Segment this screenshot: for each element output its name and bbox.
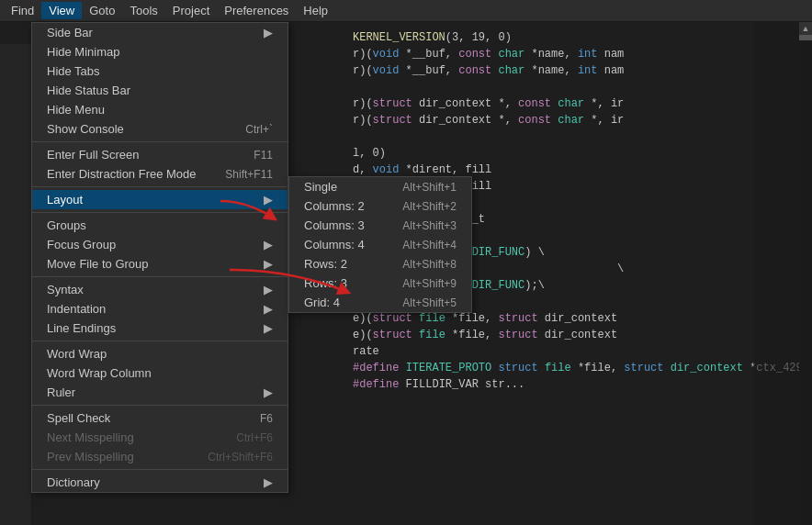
menu-item-label: Hide Minimap xyxy=(47,45,119,59)
menu-item-sidebar[interactable]: Side Bar ▶ xyxy=(32,23,288,42)
submenu-arrow: ▶ xyxy=(264,385,273,399)
submenu-arrow: ▶ xyxy=(264,321,273,335)
separator xyxy=(32,141,288,142)
shortcut-spell-check: F6 xyxy=(260,412,273,425)
layout-shortcut: Alt+Shift+4 xyxy=(402,239,457,251)
layout-shortcut: Alt+Shift+9 xyxy=(402,277,457,290)
menu-item-label: Syntax xyxy=(47,283,84,296)
menu-item-label: Hide Tabs xyxy=(47,64,100,78)
menu-item-ruler[interactable]: Ruler ▶ xyxy=(32,383,288,402)
menu-item-hide-menu[interactable]: Hide Menu xyxy=(32,100,288,119)
menu-view[interactable]: View xyxy=(41,2,82,19)
submenu-arrow: ▶ xyxy=(264,193,273,207)
menu-item-fullscreen[interactable]: Enter Full Screen F11 xyxy=(32,145,288,164)
menu-item-label: Focus Group xyxy=(47,238,116,251)
menu-item-line-endings[interactable]: Line Endings ▶ xyxy=(32,318,288,338)
menu-item-dictionary[interactable]: Dictionary ▶ xyxy=(32,473,288,492)
layout-item-label: Columns: 4 xyxy=(304,238,365,251)
submenu-arrow: ▶ xyxy=(264,238,273,251)
layout-item-label: Single xyxy=(304,180,337,194)
menu-item-hide-minimap[interactable]: Hide Minimap xyxy=(32,42,288,61)
menu-item-label: Enter Distraction Free Mode xyxy=(47,167,197,181)
layout-shortcut: Alt+Shift+2 xyxy=(402,200,457,213)
menu-item-label: Word Wrap Column xyxy=(47,366,152,380)
layout-item-label: Rows: 3 xyxy=(304,276,347,290)
menu-item-next-misspelling: Next Misspelling Ctrl+F6 xyxy=(32,428,288,447)
menu-item-label: Word Wrap xyxy=(47,347,107,361)
menu-item-label: Next Misspelling xyxy=(47,430,134,444)
menu-item-word-wrap-column[interactable]: Word Wrap Column xyxy=(32,363,288,383)
shortcut-distraction-free: Shift+F11 xyxy=(225,168,273,181)
menu-preferences[interactable]: Preferences xyxy=(217,2,296,19)
menu-item-label: Side Bar xyxy=(47,26,93,39)
submenu-arrow: ▶ xyxy=(264,257,273,271)
menu-item-syntax[interactable]: Syntax ▶ xyxy=(32,280,288,299)
menu-item-move-file-group[interactable]: Move File to Group ▶ xyxy=(32,254,288,274)
separator xyxy=(32,469,288,470)
layout-item-label: Columns: 3 xyxy=(304,218,365,232)
shortcut-fullscreen: F11 xyxy=(254,149,273,162)
menu-item-label: Dictionary xyxy=(47,475,100,489)
menu-item-focus-group[interactable]: Focus Group ▶ xyxy=(32,235,288,254)
menu-item-label: Indentation xyxy=(47,302,106,316)
menu-item-word-wrap[interactable]: Word Wrap xyxy=(32,344,288,363)
menu-item-prev-misspelling: Prev Misspelling Ctrl+Shift+F6 xyxy=(32,447,288,466)
menu-item-label: Enter Full Screen xyxy=(47,148,139,162)
layout-columns2[interactable]: Columns: 2 Alt+Shift+2 xyxy=(289,196,471,216)
layout-shortcut: Alt+Shift+3 xyxy=(402,219,457,232)
layout-rows2[interactable]: Rows: 2 Alt+Shift+8 xyxy=(289,254,471,274)
menu-item-label: Hide Menu xyxy=(47,103,105,117)
separator xyxy=(32,186,288,187)
submenu-arrow: ▶ xyxy=(264,475,273,489)
dropdown-overlay: Side Bar ▶ Hide Minimap Hide Tabs Hide S… xyxy=(0,22,812,525)
separator xyxy=(32,276,288,277)
shortcut-show-console: Ctrl+` xyxy=(245,123,273,136)
menu-item-label: Prev Misspelling xyxy=(47,450,134,464)
layout-shortcut: Alt+Shift+8 xyxy=(402,258,457,271)
menubar: Find View Goto Tools Project Preferences… xyxy=(0,0,812,22)
layout-item-label: Rows: 2 xyxy=(304,257,347,271)
menu-item-label: Move File to Group xyxy=(47,257,149,271)
menu-item-groups[interactable]: Groups xyxy=(32,216,288,235)
menu-item-hide-tabs[interactable]: Hide Tabs xyxy=(32,61,288,81)
menu-item-label: Hide Status Bar xyxy=(47,84,130,97)
submenu-arrow: ▶ xyxy=(264,26,273,39)
layout-shortcut: Alt+Shift+1 xyxy=(402,181,457,194)
menu-item-label: Layout xyxy=(47,193,83,207)
shortcut-prev-misspelling: Ctrl+Shift+F6 xyxy=(208,451,273,464)
submenu-arrow: ▶ xyxy=(264,283,273,296)
menu-tools[interactable]: Tools xyxy=(122,2,164,19)
separator xyxy=(32,212,288,213)
menu-item-label: Groups xyxy=(47,218,86,232)
menu-item-distraction-free[interactable]: Enter Distraction Free Mode Shift+F11 xyxy=(32,164,288,184)
layout-single[interactable]: Single Alt+Shift+1 xyxy=(289,177,471,196)
menu-item-label: Line Endings xyxy=(47,321,116,335)
menu-item-label: Ruler xyxy=(47,385,75,399)
menu-item-layout[interactable]: Layout ▶ xyxy=(32,190,288,209)
layout-item-label: Columns: 2 xyxy=(304,199,365,213)
layout-grid4[interactable]: Grid: 4 Alt+Shift+5 xyxy=(289,293,471,312)
shortcut-next-misspelling: Ctrl+F6 xyxy=(236,431,273,444)
layout-submenu: Single Alt+Shift+1 Columns: 2 Alt+Shift+… xyxy=(288,176,472,313)
layout-shortcut: Alt+Shift+5 xyxy=(402,296,457,309)
menu-find[interactable]: Find xyxy=(4,2,41,19)
menu-goto[interactable]: Goto xyxy=(82,2,122,19)
separator xyxy=(32,405,288,406)
layout-columns3[interactable]: Columns: 3 Alt+Shift+3 xyxy=(289,216,471,235)
menu-project[interactable]: Project xyxy=(165,2,217,19)
menu-help[interactable]: Help xyxy=(296,2,335,19)
layout-item-label: Grid: 4 xyxy=(304,296,340,309)
menu-item-label: Spell Check xyxy=(47,411,110,425)
separator xyxy=(32,341,288,341)
layout-rows3[interactable]: Rows: 3 Alt+Shift+9 xyxy=(289,274,471,293)
menu-item-hide-status-bar[interactable]: Hide Status Bar xyxy=(32,81,288,100)
layout-columns4[interactable]: Columns: 4 Alt+Shift+4 xyxy=(289,235,471,254)
menu-item-spell-check[interactable]: Spell Check F6 xyxy=(32,408,288,428)
menu-item-show-console[interactable]: Show Console Ctrl+` xyxy=(32,119,288,139)
submenu-arrow: ▶ xyxy=(264,302,273,316)
menu-item-indentation[interactable]: Indentation ▶ xyxy=(32,299,288,318)
menu-item-label: Show Console xyxy=(47,122,124,136)
view-menu-dropdown: Side Bar ▶ Hide Minimap Hide Tabs Hide S… xyxy=(31,22,288,493)
